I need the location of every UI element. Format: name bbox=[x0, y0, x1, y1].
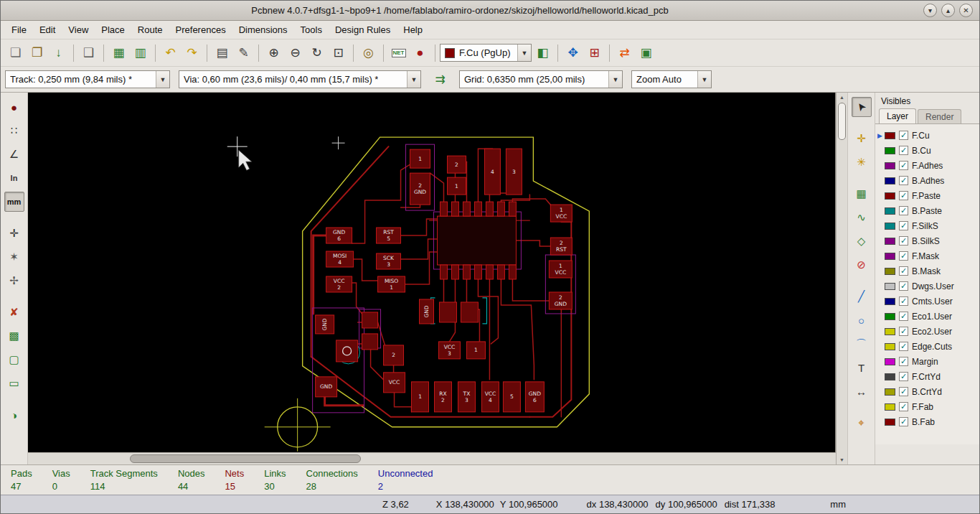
layer-color-swatch[interactable] bbox=[885, 313, 895, 320]
layer-row-b-paste[interactable]: ✓B.Paste bbox=[877, 203, 979, 218]
layer-color-swatch[interactable] bbox=[885, 268, 895, 275]
layer-visibility-checkbox[interactable]: ✓ bbox=[899, 342, 908, 351]
pcb-pad[interactable]: 2 bbox=[384, 345, 404, 365]
print-icon[interactable]: ▤ bbox=[212, 42, 232, 63]
copper-trace[interactable] bbox=[401, 239, 438, 259]
local-ratsnest-tool-icon[interactable]: ✳ bbox=[852, 152, 872, 172]
copper-trace[interactable] bbox=[501, 271, 534, 380]
layer-color-swatch[interactable] bbox=[885, 419, 895, 426]
pad-shape[interactable] bbox=[362, 312, 378, 328]
scroll-down-icon[interactable]: ▼ bbox=[839, 457, 844, 462]
zoom-redraw-icon[interactable]: ↻ bbox=[306, 42, 327, 63]
copper-trace[interactable] bbox=[314, 235, 326, 314]
pcb-pad[interactable]: 2 bbox=[447, 156, 466, 173]
tab-layer[interactable]: Layer bbox=[879, 108, 916, 123]
layer-color-swatch[interactable] bbox=[885, 223, 895, 230]
add-dimension-tool-icon[interactable]: ↔ bbox=[852, 381, 872, 401]
footprint-viewer-icon[interactable]: ▥ bbox=[130, 42, 151, 63]
copper-trace[interactable] bbox=[478, 271, 498, 344]
layer-row-dwgs-user[interactable]: ✓Dwgs.User bbox=[877, 279, 979, 294]
add-footprint-tool-icon[interactable]: ▦ bbox=[852, 184, 872, 204]
ic-pin[interactable] bbox=[463, 265, 470, 279]
layer-visibility-checkbox[interactable]: ✓ bbox=[899, 402, 908, 411]
layer-visibility-checkbox[interactable]: ✓ bbox=[899, 236, 908, 246]
drc-icon[interactable]: ● bbox=[410, 42, 430, 63]
vertical-scrollbar-thumb[interactable] bbox=[838, 103, 846, 140]
pcb-pad[interactable]: RX2 bbox=[434, 382, 451, 412]
layer-manager-icon[interactable]: ◧ bbox=[532, 42, 553, 63]
pcb-pad[interactable] bbox=[439, 302, 456, 322]
zones-hidden-icon[interactable]: ▭ bbox=[4, 373, 24, 393]
layer-visibility-checkbox[interactable]: ✓ bbox=[899, 206, 908, 215]
pcb-pad[interactable] bbox=[461, 302, 478, 322]
netlist-icon[interactable]: NET bbox=[388, 42, 409, 63]
layer-row-eco1-user[interactable]: ✓Eco1.User bbox=[877, 309, 979, 324]
menu-item-route[interactable]: Route bbox=[131, 22, 169, 38]
layer-visibility-checkbox[interactable]: ✓ bbox=[899, 387, 908, 396]
zones-outline-icon[interactable]: ▢ bbox=[4, 350, 24, 370]
pcb-pad[interactable]: 5 bbox=[503, 382, 520, 412]
ic-pin[interactable] bbox=[486, 202, 493, 216]
add-text-tool-icon[interactable]: T bbox=[852, 358, 872, 378]
menu-item-file[interactable]: File bbox=[5, 22, 33, 38]
pcb-pad[interactable]: SCK3 bbox=[377, 253, 401, 269]
undo-icon[interactable]: ↶ bbox=[160, 42, 181, 63]
menu-item-preferences[interactable]: Preferences bbox=[169, 22, 232, 38]
layer-color-swatch[interactable] bbox=[885, 162, 895, 169]
add-line-tool-icon[interactable]: ╱ bbox=[852, 286, 872, 307]
copper-trace[interactable] bbox=[395, 393, 412, 412]
zoom-select[interactable]: Zoom Auto ▼ bbox=[631, 70, 712, 88]
layer-visibility-checkbox[interactable]: ✓ bbox=[899, 372, 908, 381]
zones-filled-icon[interactable]: ▩ bbox=[4, 326, 24, 346]
copper-trace[interactable] bbox=[405, 252, 438, 284]
layer-row-f-mask[interactable]: ✓F.Mask bbox=[877, 248, 979, 263]
scripting-console-icon[interactable]: ▣ bbox=[636, 42, 656, 63]
pcb-pad[interactable]: VCC bbox=[384, 373, 405, 393]
menu-item-view[interactable]: View bbox=[62, 22, 95, 38]
pcb-pad[interactable]: 4 bbox=[484, 149, 500, 195]
footprint-position-icon[interactable]: ✥ bbox=[562, 42, 583, 63]
pcb-pad[interactable]: GND bbox=[316, 377, 337, 397]
layer-visibility-checkbox[interactable]: ✓ bbox=[899, 296, 908, 306]
tab-render[interactable]: Render bbox=[918, 109, 961, 123]
menu-item-design-rules[interactable]: Design Rules bbox=[329, 22, 397, 38]
zoom-in-icon[interactable]: ⊕ bbox=[263, 42, 284, 63]
footprint-editor-icon[interactable]: ▦ bbox=[108, 42, 129, 63]
layer-color-swatch[interactable] bbox=[885, 298, 895, 305]
pcb-pad[interactable] bbox=[362, 334, 378, 350]
layer-color-swatch[interactable] bbox=[885, 147, 895, 154]
window-maximize-button[interactable]: ▴ bbox=[941, 4, 955, 17]
ic-pin[interactable] bbox=[451, 265, 458, 279]
window-minimize-button[interactable]: ▾ bbox=[923, 4, 937, 17]
pcb-pad[interactable]: GND bbox=[420, 299, 434, 324]
ic-pin[interactable] bbox=[497, 265, 504, 279]
drc-toggle-icon[interactable]: ● bbox=[4, 97, 24, 117]
layer-row-b-fab[interactable]: ✓B.Fab bbox=[877, 414, 979, 429]
highlight-net-tool-icon[interactable]: ✛ bbox=[852, 128, 872, 149]
add-keepout-tool-icon[interactable]: ⊘ bbox=[852, 255, 872, 275]
grid-size-select[interactable]: Grid: 0,6350 mm (25,00 mils) ▼ bbox=[459, 70, 623, 88]
layer-row-b-crtyd[interactable]: ✓B.CrtYd bbox=[877, 384, 979, 399]
layer-row-f-fab[interactable]: ✓F.Fab bbox=[877, 399, 979, 414]
layer-color-swatch[interactable] bbox=[885, 132, 895, 139]
layer-row-f-silks[interactable]: ✓F.SilkS bbox=[877, 218, 979, 233]
window-close-button[interactable]: ✕ bbox=[959, 4, 973, 17]
layer-color-swatch[interactable] bbox=[885, 283, 895, 290]
pcb-pad[interactable] bbox=[362, 312, 378, 328]
open-board-icon[interactable]: ❐ bbox=[27, 42, 47, 63]
menu-item-help[interactable]: Help bbox=[397, 22, 429, 38]
ic-pin[interactable] bbox=[474, 202, 481, 216]
layer-row-margin[interactable]: ✓Margin bbox=[877, 354, 979, 369]
add-circle-tool-icon[interactable]: ○ bbox=[852, 310, 872, 330]
save-board-icon[interactable]: ↓ bbox=[48, 42, 69, 63]
layer-color-swatch[interactable] bbox=[885, 373, 895, 380]
layer-row-b-adhes[interactable]: ✓B.Adhes bbox=[877, 173, 979, 188]
units-mm-icon[interactable]: mm bbox=[4, 192, 24, 212]
pcb-pad[interactable]: MOSI4 bbox=[326, 251, 354, 267]
layer-color-swatch[interactable] bbox=[885, 177, 895, 184]
horizontal-scrollbar[interactable] bbox=[28, 452, 836, 464]
pad-shape[interactable] bbox=[439, 302, 456, 322]
ic-body[interactable] bbox=[437, 216, 516, 265]
layer-row-f-paste[interactable]: ✓F.Paste bbox=[877, 188, 979, 203]
layer-visibility-checkbox[interactable]: ✓ bbox=[899, 176, 908, 185]
